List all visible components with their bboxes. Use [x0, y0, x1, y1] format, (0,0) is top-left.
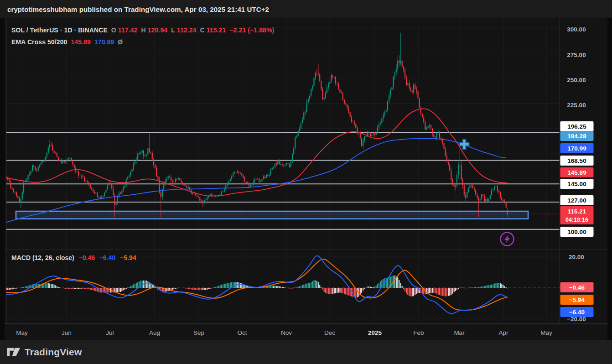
tradingview-logo[interactable]: TradingView — [7, 346, 82, 358]
price-chart-canvas[interactable]: 300.00275.00250.00225.0020.00−20.00196.2… — [5, 18, 607, 340]
open-value: 117.42 — [118, 26, 138, 34]
close-value: 115.21 — [207, 26, 226, 34]
axis-label: 196.25 — [567, 123, 586, 130]
tradingview-published-chart: cryptotimesshubham published on TradingV… — [0, 0, 612, 364]
symbol-legend: SOL / TetherUS · 1D · BINANCE O117.42 H1… — [11, 24, 276, 48]
time-axis[interactable]: MayJunJulAugSepOctNovDec2025FebMarAprMay — [16, 329, 552, 336]
price-badge-100.00: 100.00 — [560, 227, 594, 237]
footer-bar: TradingView — [0, 340, 612, 364]
support-zone-box[interactable] — [16, 211, 528, 219]
ema-cross-plus-marker[interactable] — [460, 140, 469, 150]
axis-label: 275.00 — [567, 52, 586, 58]
time-label-Apr: Apr — [498, 329, 508, 336]
price-badge-115.21: 115.2104:18:16 — [560, 206, 594, 224]
price-badge-145.89: 145.89 — [560, 167, 594, 177]
time-label-Feb: Feb — [413, 329, 424, 336]
axis-label: 04:18:16 — [565, 217, 588, 223]
ema50-line[interactable] — [6, 109, 508, 196]
time-label-Jun: Jun — [62, 329, 72, 336]
low-label: L — [171, 26, 175, 34]
axis-label: 115.21 — [568, 208, 586, 215]
macd-main-line[interactable] — [6, 256, 508, 314]
time-label-Mar: Mar — [454, 329, 465, 336]
macd-hist-value: −0.46 — [79, 254, 95, 261]
chart-widget[interactable]: 300.00275.00250.00225.0020.00−20.00196.2… — [5, 18, 607, 340]
time-label-2025: 2025 — [368, 329, 382, 336]
axis-label: 170.99 — [567, 145, 586, 152]
time-label-Jul: Jul — [106, 329, 114, 336]
symbol-legend-row[interactable]: SOL / TetherUS · 1D · BINANCE O117.42 H1… — [11, 24, 276, 36]
macd-signal-line[interactable] — [6, 259, 508, 310]
axis-label: −6.40 — [569, 309, 585, 316]
attribution-text: cryptotimesshubham published on TradingV… — [7, 5, 269, 13]
macd-line-value: −6.40 — [99, 254, 115, 261]
price-badge-−5.94: −5.94 — [560, 295, 594, 305]
indicator-legend-row[interactable]: EMA Cross 50/200 145.89 170.99 Ø — [11, 36, 276, 48]
price-badge-170.99: 170.99 — [560, 143, 594, 153]
axis-label: −5.94 — [569, 296, 585, 303]
change-value: −2.21 (−1.88%) — [229, 26, 274, 34]
ema50-value: 145.89 — [71, 38, 90, 46]
ema-lines[interactable] — [6, 109, 508, 222]
ema200-value: 170.99 — [94, 38, 114, 46]
indicator-name[interactable]: EMA Cross 50/200 — [11, 38, 67, 46]
high-label: H — [141, 26, 146, 34]
time-label-Dec: Dec — [324, 329, 335, 336]
macd-hist-grow-above — [21, 276, 499, 288]
indicator-extra-icon: Ø — [118, 38, 123, 46]
macd-legend-row[interactable]: MACD (12, 26, close) −0.46 −6.40 −5.94 — [11, 254, 139, 261]
axis-label: 127.00 — [567, 197, 586, 204]
tradingview-logo-icon — [7, 346, 21, 358]
price-badge-196.25: 196.25 — [560, 121, 594, 131]
price-axis[interactable]: 300.00275.00250.00225.0020.00−20.00196.2… — [560, 26, 594, 322]
axis-label: 100.00 — [567, 229, 586, 235]
time-label-Oct: Oct — [237, 329, 247, 336]
axis-label: 20.00 — [569, 254, 584, 260]
close-label: C — [200, 26, 204, 34]
price-badge-−6.40: −6.40 — [560, 307, 594, 317]
axis-label: 225.00 — [567, 102, 586, 109]
axis-label: 145.89 — [567, 169, 586, 176]
axis-label: 300.00 — [567, 26, 586, 33]
price-badge-−0.46: −0.46 — [560, 282, 594, 292]
price-badge-184.28: 184.28 — [560, 131, 594, 141]
attribution-bar: cryptotimesshubham published on TradingV… — [0, 0, 612, 18]
price-badge-168.50: 168.50 — [560, 156, 594, 166]
axis-label: 184.28 — [567, 133, 586, 140]
plus-marker-icon[interactable] — [460, 140, 469, 150]
open-label: O — [111, 26, 116, 34]
axis-label: 168.50 — [567, 157, 586, 164]
axis-label: −0.46 — [569, 284, 585, 291]
time-label-Aug: Aug — [149, 329, 160, 336]
axis-label: 145.00 — [567, 181, 586, 187]
macd-name[interactable]: MACD (12, 26, close) — [11, 254, 74, 261]
lightning-button[interactable] — [501, 233, 514, 246]
time-label-May: May — [540, 329, 552, 336]
macd-signal-value: −5.94 — [120, 254, 136, 261]
time-label-Nov: Nov — [281, 329, 292, 336]
time-label-May: May — [16, 329, 28, 336]
candles — [6, 33, 508, 219]
price-badge-127.00: 127.00 — [560, 195, 594, 205]
symbol-title[interactable]: SOL / TetherUS · 1D · BINANCE — [11, 26, 108, 34]
tradingview-logo-text: TradingView — [25, 347, 82, 358]
down-candles — [6, 55, 508, 219]
lightning-icon — [504, 235, 510, 243]
low-value: 112.24 — [177, 26, 197, 34]
axis-label: 250.00 — [567, 77, 586, 83]
price-badge-145.00: 145.00 — [560, 179, 594, 189]
time-label-Sep: Sep — [193, 329, 204, 336]
high-value: 120.94 — [148, 26, 167, 34]
pane-separators — [5, 18, 607, 324]
macd-pane — [6, 256, 560, 314]
